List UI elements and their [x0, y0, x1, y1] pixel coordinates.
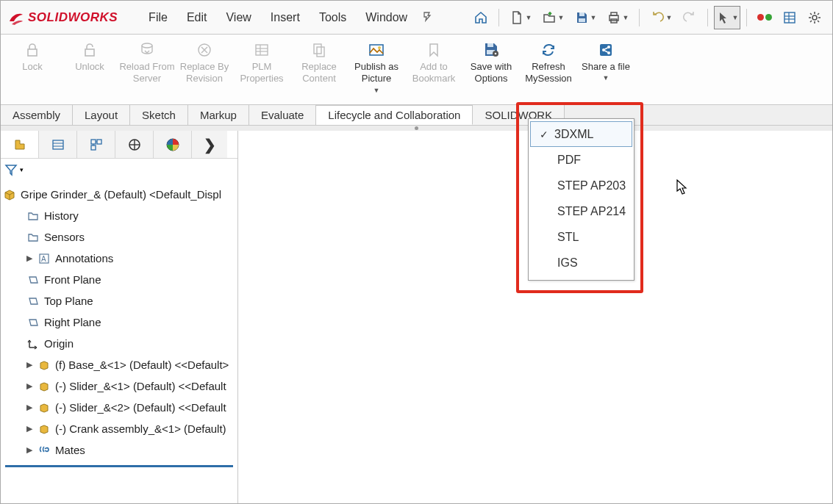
tree-origin[interactable]: Origin: [1, 333, 237, 354]
share-opt-label: STEP AP203: [557, 179, 626, 192]
share-file-button[interactable]: Share a file ▼: [577, 39, 634, 105]
filter-row: ▾: [1, 159, 237, 181]
svg-point-33: [495, 53, 497, 55]
menu-view[interactable]: View: [217, 8, 260, 27]
share-opt-step203[interactable]: STEP AP203: [530, 173, 632, 198]
save-options-label: Save with Options: [462, 61, 520, 85]
tab-layout[interactable]: Layout: [73, 105, 130, 125]
part-icon: [37, 359, 51, 371]
share-opt-pdf[interactable]: PDF: [530, 147, 632, 173]
menu-bar: SOLIDWORKS File Edit View Insert Tools W…: [1, 1, 832, 35]
svg-line-17: [818, 13, 819, 15]
refresh-button[interactable]: Refresh MySession: [520, 39, 577, 105]
pin-icon[interactable]: [422, 10, 434, 25]
ribbon: Lock Unlock Reload From Server Replace B…: [1, 35, 832, 105]
tree-base[interactable]: ▶(f) Base_&<1> (Default) <<Default>: [1, 354, 237, 375]
tree-root-label: Gripe Grinder_& (Default) <Default_Displ: [21, 188, 221, 201]
tab-sketch[interactable]: Sketch: [130, 105, 188, 125]
expander-icon[interactable]: ▶: [26, 253, 33, 263]
status-lights[interactable]: [753, 6, 776, 29]
expander-icon[interactable]: ▶: [26, 360, 33, 370]
feature-manager-tabs: ❯: [1, 131, 237, 159]
open-button[interactable]: ▼: [537, 6, 568, 29]
tree-right-plane[interactable]: Right Plane: [1, 312, 237, 333]
share-opt-stl[interactable]: STL: [530, 224, 632, 250]
tree-end-rule: [5, 465, 233, 467]
tab-lifecycle[interactable]: Lifecycle and Collaboration: [316, 105, 473, 125]
replace-rev-label: Replace By Revision: [176, 61, 233, 85]
share-caret[interactable]: ▼: [603, 74, 609, 82]
tree-slider1[interactable]: ▶(-) Slider_&<1> (Default) <<Default: [1, 375, 237, 397]
fm-tab-more[interactable]: ❯: [192, 131, 227, 158]
replace-rev-button: Replace By Revision: [176, 39, 233, 105]
filter-button[interactable]: ▾: [4, 162, 24, 177]
print-button[interactable]: ▼: [602, 6, 633, 29]
share-opt-label: 3DXML: [554, 128, 593, 141]
ds-swirl-icon: [7, 8, 26, 27]
save-button[interactable]: ▼: [570, 6, 601, 29]
fm-tab-tree[interactable]: [1, 131, 39, 158]
fm-tab-dim[interactable]: [115, 131, 154, 158]
svg-point-9: [812, 15, 817, 20]
svg-point-20: [142, 43, 152, 48]
svg-rect-22: [256, 45, 268, 55]
tree-top-plane[interactable]: Top Plane: [1, 290, 237, 312]
tab-evaluate[interactable]: Evaluate: [249, 105, 316, 125]
menu-edit[interactable]: Edit: [178, 8, 216, 27]
cursor-icon: [676, 179, 689, 195]
expander-icon[interactable]: ▶: [26, 403, 33, 412]
plane-icon: [26, 295, 40, 307]
share-opt-label: IGS: [557, 256, 578, 270]
panel-layout-button[interactable]: [778, 6, 801, 29]
tree-crank[interactable]: ▶(-) Crank assembly_&<1> (Default): [1, 418, 237, 439]
lock-button: Lock: [4, 39, 61, 105]
menu-window[interactable]: Window: [357, 8, 416, 27]
share-opt-igs[interactable]: IGS: [530, 250, 632, 276]
undo-button[interactable]: ▼: [646, 6, 676, 29]
svg-rect-1: [579, 18, 585, 22]
tree-sensors[interactable]: Sensors: [1, 226, 237, 248]
redo-button[interactable]: [678, 6, 701, 29]
fm-tab-property[interactable]: [39, 131, 77, 158]
tree-mates[interactable]: ▶Mates: [1, 439, 237, 461]
plane-icon: [26, 274, 40, 286]
expander-icon[interactable]: ▶: [26, 445, 33, 455]
menu-tools[interactable]: Tools: [310, 8, 355, 27]
tree-slider2[interactable]: ▶(-) Slider_&<2> (Default) <<Default: [1, 397, 237, 418]
refresh-label: Refresh MySession: [520, 61, 577, 85]
tree-annotations[interactable]: ▶AAnnotations: [1, 248, 237, 269]
menu-file[interactable]: File: [140, 8, 176, 27]
tree-origin-label: Origin: [44, 337, 74, 350]
expander-icon[interactable]: ▶: [26, 424, 33, 433]
publish-picture-button[interactable]: Publish as Picture ▼: [348, 39, 405, 105]
panel-splitter[interactable]: [1, 126, 832, 131]
menu-insert[interactable]: Insert: [262, 8, 309, 27]
feature-tree[interactable]: Gripe Grinder_& (Default) <Default_Displ…: [1, 181, 237, 464]
fm-tab-appearance[interactable]: [154, 131, 192, 158]
settings-gear-button[interactable]: [803, 6, 826, 29]
fm-tab-config[interactable]: [77, 131, 115, 158]
bookmark-label: Add to Bookmark: [405, 61, 462, 85]
tree-root[interactable]: Gripe Grinder_& (Default) <Default_Displ: [1, 184, 237, 205]
bookmark-button: Add to Bookmark: [405, 39, 462, 105]
share-dropdown[interactable]: ✓3DXML PDF STEP AP203 STEP AP214 STL IGS: [528, 118, 634, 281]
tree-annotations-label: Annotations: [55, 252, 113, 264]
svg-line-15: [818, 21, 819, 22]
tree-history[interactable]: History: [1, 205, 237, 226]
tab-assembly[interactable]: Assembly: [1, 105, 73, 125]
share-opt-step214[interactable]: STEP AP214: [530, 198, 632, 224]
new-button[interactable]: ▼: [505, 6, 536, 29]
tree-front-plane[interactable]: Front Plane: [1, 269, 237, 290]
svg-line-16: [810, 21, 812, 22]
svg-rect-27: [317, 47, 324, 57]
publish-caret[interactable]: ▼: [373, 87, 380, 95]
tree-crank-label: (-) Crank assembly_&<1> (Default): [55, 422, 226, 435]
home-button[interactable]: [469, 6, 493, 29]
save-options-button[interactable]: Save with Options: [462, 39, 520, 105]
expander-icon[interactable]: ▶: [26, 381, 33, 391]
tree-top-label: Top Plane: [44, 295, 93, 307]
svg-rect-45: [91, 145, 96, 150]
share-opt-3dxml[interactable]: ✓3DXML: [530, 121, 632, 147]
tab-markup[interactable]: Markup: [188, 105, 249, 125]
select-tool-button[interactable]: ▼: [714, 6, 740, 29]
